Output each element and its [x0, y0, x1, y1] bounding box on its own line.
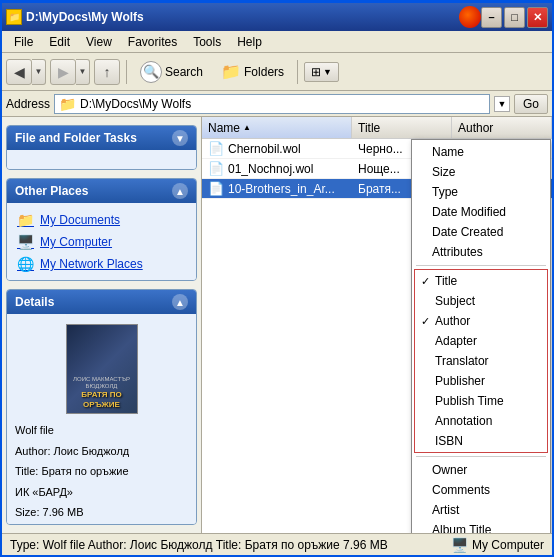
file-icon: 📄 — [208, 141, 224, 156]
details-publisher: ИК «БАРД» — [15, 484, 73, 501]
minimize-button[interactable]: – — [481, 7, 502, 28]
other-places-collapse-icon: ▲ — [172, 183, 188, 199]
menu-edit[interactable]: Edit — [41, 33, 78, 51]
ctx-attributes[interactable]: Attributes — [412, 242, 550, 262]
back-button[interactable]: ◀ — [6, 59, 32, 85]
ctx-sep1 — [416, 265, 546, 266]
file-name-cell: 📄 Chernobil.wol — [202, 139, 352, 158]
link-my-documents[interactable]: 📁 My Documents — [15, 209, 188, 231]
ctx-name[interactable]: Name — [412, 142, 550, 162]
details-title: Details — [15, 295, 54, 309]
titlebar-buttons: – □ ✕ — [481, 7, 548, 28]
ctx-annotation[interactable]: Annotation — [415, 411, 547, 431]
ctx-comments[interactable]: Comments — [412, 480, 550, 500]
view-dropdown-icon: ▼ — [323, 67, 332, 77]
search-label: Search — [165, 65, 203, 79]
maximize-button[interactable]: □ — [504, 7, 525, 28]
other-places-panel: Other Places ▲ 📁 My Documents 🖥️ My Comp… — [6, 178, 197, 281]
ctx-album-title[interactable]: Album Title — [412, 520, 550, 533]
ctx-isbn[interactable]: ISBN — [415, 431, 547, 451]
ctx-translator[interactable]: Translator — [415, 351, 547, 371]
file-icon: 📄 — [208, 181, 224, 196]
my-network-label: My Network Places — [40, 257, 143, 271]
files-pane: Name ▲ Title Author Name Size — [202, 117, 552, 533]
files-header: Name ▲ Title Author Name Size — [202, 117, 552, 139]
address-input-container[interactable]: 📁 D:\MyDocs\My Wolfs — [54, 94, 490, 114]
my-network-icon: 🌐 — [17, 256, 34, 272]
ctx-publisher[interactable]: Publisher — [415, 371, 547, 391]
forward-button[interactable]: ▶ — [50, 59, 76, 85]
tasks-collapse-icon: ▼ — [172, 130, 188, 146]
ctx-date-modified[interactable]: Date Modified — [412, 202, 550, 222]
forward-dropdown[interactable]: ▼ — [76, 59, 90, 85]
tasks-panel-body — [7, 150, 196, 170]
details-title-text: Title: Братя по оръжие — [15, 463, 129, 480]
file-name-cell: 📄 01_Nochnoj.wol — [202, 159, 352, 178]
menubar: File Edit View Favorites Tools Help — [2, 31, 552, 53]
menu-view[interactable]: View — [78, 33, 120, 51]
tasks-panel-title: File and Folder Tasks — [15, 131, 137, 145]
go-button[interactable]: Go — [514, 94, 548, 114]
details-body: ЛОИС МАКМАСТЪР БЮДЖОЛД БРАТЯ ПО ОРЪЖИЕ W… — [7, 314, 196, 525]
close-button[interactable]: ✕ — [527, 7, 548, 28]
my-computer-icon: 🖥️ — [17, 234, 34, 250]
other-places-header[interactable]: Other Places ▲ — [7, 179, 196, 203]
ctx-owner[interactable]: Owner — [412, 460, 550, 480]
col-name[interactable]: Name ▲ — [202, 117, 352, 138]
view-button[interactable]: ⊞ ▼ — [304, 62, 339, 82]
status-computer: 🖥️ My Computer — [451, 537, 544, 553]
other-places-body: 📁 My Documents 🖥️ My Computer 🌐 My Netwo… — [7, 203, 196, 281]
menu-help[interactable]: Help — [229, 33, 270, 51]
address-label: Address — [6, 97, 50, 111]
computer-label: My Computer — [472, 538, 544, 552]
address-folder-icon: 📁 — [59, 96, 76, 112]
address-value: D:\MyDocs\My Wolfs — [80, 97, 191, 111]
context-menu: Name Size Type Date Modified Date Create — [411, 139, 551, 533]
ctx-adapter[interactable]: Adapter — [415, 331, 547, 351]
my-computer-label: My Computer — [40, 235, 112, 249]
folders-button[interactable]: 📁 Folders — [214, 58, 291, 86]
ctx-type[interactable]: Type — [412, 182, 550, 202]
tasks-panel-header[interactable]: File and Folder Tasks ▼ — [7, 126, 196, 150]
link-my-network[interactable]: 🌐 My Network Places — [15, 253, 188, 275]
menu-favorites[interactable]: Favorites — [120, 33, 185, 51]
sort-arrow: ▲ — [243, 123, 251, 132]
details-header[interactable]: Details ▲ — [7, 290, 196, 314]
address-dropdown[interactable]: ▼ — [494, 96, 510, 112]
separator1 — [126, 60, 127, 84]
ctx-title[interactable]: Title — [415, 271, 547, 291]
col-author[interactable]: Author Name Size Type — [452, 117, 552, 138]
link-my-computer[interactable]: 🖥️ My Computer — [15, 231, 188, 253]
col-title[interactable]: Title — [352, 117, 452, 138]
ctx-subject[interactable]: Subject — [415, 291, 547, 311]
window-title: D:\MyDocs\My Wolfs — [26, 10, 459, 24]
menu-tools[interactable]: Tools — [185, 33, 229, 51]
tasks-panel: File and Folder Tasks ▼ — [6, 125, 197, 170]
ctx-date-created[interactable]: Date Created — [412, 222, 550, 242]
content-area: File and Folder Tasks ▼ Other Places ▲ 📁… — [2, 117, 552, 533]
details-panel: Details ▲ ЛОИС МАКМАСТЪР БЮДЖОЛД БРАТЯ П… — [6, 289, 197, 525]
search-button[interactable]: 🔍 Search — [133, 58, 210, 86]
ctx-publish-time[interactable]: Publish Time — [415, 391, 547, 411]
details-author: Author: Лоис Бюджолд — [15, 443, 129, 460]
file-name-cell: 📄 10-Brothers_in_Ar... — [202, 179, 352, 198]
statusbar: Type: Wolf file Author: Лоис Бюджолд Tit… — [2, 533, 552, 555]
ctx-sep2 — [416, 456, 546, 457]
details-filename: Wolf file — [15, 422, 54, 439]
back-dropdown[interactable]: ▼ — [32, 59, 46, 85]
ctx-author[interactable]: Author — [415, 311, 547, 331]
details-size: Size: 7.96 MB — [15, 504, 83, 521]
other-places-title: Other Places — [15, 184, 88, 198]
ctx-artist[interactable]: Artist — [412, 500, 550, 520]
winxp-logo — [459, 6, 481, 28]
menu-file[interactable]: File — [6, 33, 41, 51]
addressbar: Address 📁 D:\MyDocs\My Wolfs ▼ Go — [2, 91, 552, 117]
view-icon: ⊞ — [311, 65, 321, 79]
ctx-size[interactable]: Size — [412, 162, 550, 182]
details-collapse-icon: ▲ — [172, 294, 188, 310]
up-button[interactable]: ↑ — [94, 59, 120, 85]
computer-icon: 🖥️ — [451, 537, 468, 553]
status-text: Type: Wolf file Author: Лоис Бюджолд Tit… — [10, 538, 443, 552]
sidebar: File and Folder Tasks ▼ Other Places ▲ 📁… — [2, 117, 202, 533]
my-documents-label: My Documents — [40, 213, 120, 227]
